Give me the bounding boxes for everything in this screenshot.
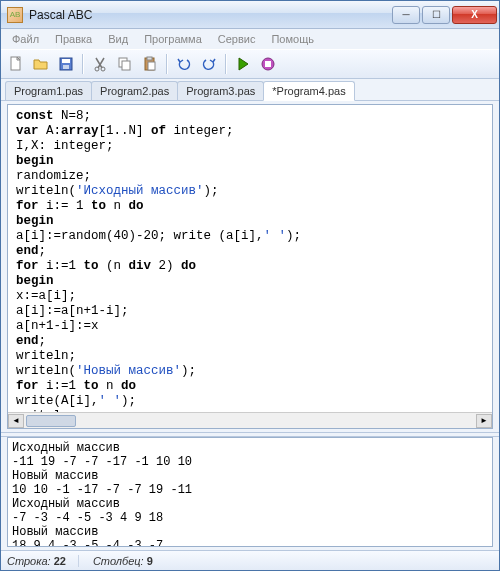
new-file-icon xyxy=(8,56,24,72)
redo-icon xyxy=(201,56,217,72)
svg-rect-10 xyxy=(148,62,155,70)
code-line[interactable]: I,X: integer; xyxy=(16,139,488,154)
scroll-left-button[interactable]: ◄ xyxy=(8,414,24,428)
app-icon: AB xyxy=(7,7,23,23)
code-editor[interactable]: const N=8;var A:array[1..N] of integer;I… xyxy=(8,105,492,412)
open-file-button[interactable] xyxy=(30,53,52,75)
code-line[interactable]: end; xyxy=(16,334,488,349)
window-controls: ─ ☐ X xyxy=(392,6,497,24)
cut-icon xyxy=(92,56,108,72)
code-line[interactable]: for i:= 1 to n do xyxy=(16,199,488,214)
svg-rect-3 xyxy=(63,65,69,69)
output-text[interactable]: Исходный массив -11 19 -7 -7 -17 -1 10 1… xyxy=(8,438,492,547)
svg-point-5 xyxy=(101,67,105,71)
svg-rect-2 xyxy=(62,59,70,63)
menu-program[interactable]: Программа xyxy=(137,31,209,47)
output-panel: Исходный массив -11 19 -7 -7 -17 -1 10 1… xyxy=(7,437,493,547)
copy-icon xyxy=(117,56,133,72)
svg-rect-9 xyxy=(147,57,152,60)
code-line[interactable]: a[i]:=random(40)-20; write (a[i],' '); xyxy=(16,229,488,244)
save-icon xyxy=(58,56,74,72)
minimize-button[interactable]: ─ xyxy=(392,6,420,24)
code-line[interactable]: begin xyxy=(16,214,488,229)
toolbar-separator xyxy=(225,54,227,74)
code-line[interactable]: var A:array[1..N] of integer; xyxy=(16,124,488,139)
undo-button[interactable] xyxy=(173,53,195,75)
redo-button[interactable] xyxy=(198,53,220,75)
stop-icon xyxy=(260,56,276,72)
code-line[interactable]: begin xyxy=(16,274,488,289)
paste-icon xyxy=(142,56,158,72)
code-line[interactable]: for i:=1 to (n div 2) do xyxy=(16,259,488,274)
code-line[interactable]: writeln; xyxy=(16,349,488,364)
toolbar xyxy=(1,49,499,79)
run-button[interactable] xyxy=(232,53,254,75)
toolbar-separator xyxy=(82,54,84,74)
undo-icon xyxy=(176,56,192,72)
code-line[interactable]: a[n+1-i]:=x xyxy=(16,319,488,334)
svg-rect-7 xyxy=(122,61,130,70)
close-button[interactable]: X xyxy=(452,6,497,24)
open-folder-icon xyxy=(33,56,49,72)
stop-button[interactable] xyxy=(257,53,279,75)
status-column: Столбец: 9 xyxy=(93,555,165,567)
svg-rect-12 xyxy=(265,61,271,67)
code-line[interactable]: end; xyxy=(16,244,488,259)
run-icon xyxy=(235,56,251,72)
code-line[interactable]: writeln('Исходный массив'); xyxy=(16,184,488,199)
code-line[interactable]: x:=a[i]; xyxy=(16,289,488,304)
window-title: Pascal ABC xyxy=(29,8,392,22)
svg-point-4 xyxy=(95,67,99,71)
menu-file[interactable]: Файл xyxy=(5,31,46,47)
code-line[interactable]: begin xyxy=(16,154,488,169)
tab-2[interactable]: Program3.pas xyxy=(177,81,264,100)
scroll-thumb[interactable] xyxy=(26,415,76,427)
menubar: Файл Правка Вид Программа Сервис Помощь xyxy=(1,29,499,49)
code-line[interactable]: for i:=1 to n do xyxy=(16,379,488,394)
app-window: AB Pascal ABC ─ ☐ X Файл Правка Вид Прог… xyxy=(0,0,500,571)
paste-button[interactable] xyxy=(139,53,161,75)
tab-1[interactable]: Program2.pas xyxy=(91,81,178,100)
tab-0[interactable]: Program1.pas xyxy=(5,81,92,100)
editor-tabs: Program1.pasProgram2.pasProgram3.pas*Pro… xyxy=(1,79,499,101)
tab-3[interactable]: *Program4.pas xyxy=(263,81,354,101)
code-line[interactable]: writeln('Новый массив'); xyxy=(16,364,488,379)
save-button[interactable] xyxy=(55,53,77,75)
code-line[interactable]: write(A[i],' '); xyxy=(16,394,488,409)
menu-help[interactable]: Помощь xyxy=(264,31,321,47)
scroll-right-button[interactable]: ► xyxy=(476,414,492,428)
menu-view[interactable]: Вид xyxy=(101,31,135,47)
statusbar: Строка: 22 Столбец: 9 xyxy=(1,550,499,570)
maximize-button[interactable]: ☐ xyxy=(422,6,450,24)
editor-panel: const N=8;var A:array[1..N] of integer;I… xyxy=(7,104,493,429)
menu-edit[interactable]: Правка xyxy=(48,31,99,47)
horizontal-scrollbar[interactable]: ◄ ► xyxy=(8,412,492,428)
cut-button[interactable] xyxy=(89,53,111,75)
toolbar-separator xyxy=(166,54,168,74)
titlebar[interactable]: AB Pascal ABC ─ ☐ X xyxy=(1,1,499,29)
copy-button[interactable] xyxy=(114,53,136,75)
code-line[interactable]: const N=8; xyxy=(16,109,488,124)
code-line[interactable]: randomize; xyxy=(16,169,488,184)
code-line[interactable]: a[i]:=a[n+1-i]; xyxy=(16,304,488,319)
status-line: Строка: 22 xyxy=(7,555,79,567)
new-file-button[interactable] xyxy=(5,53,27,75)
menu-service[interactable]: Сервис xyxy=(211,31,263,47)
